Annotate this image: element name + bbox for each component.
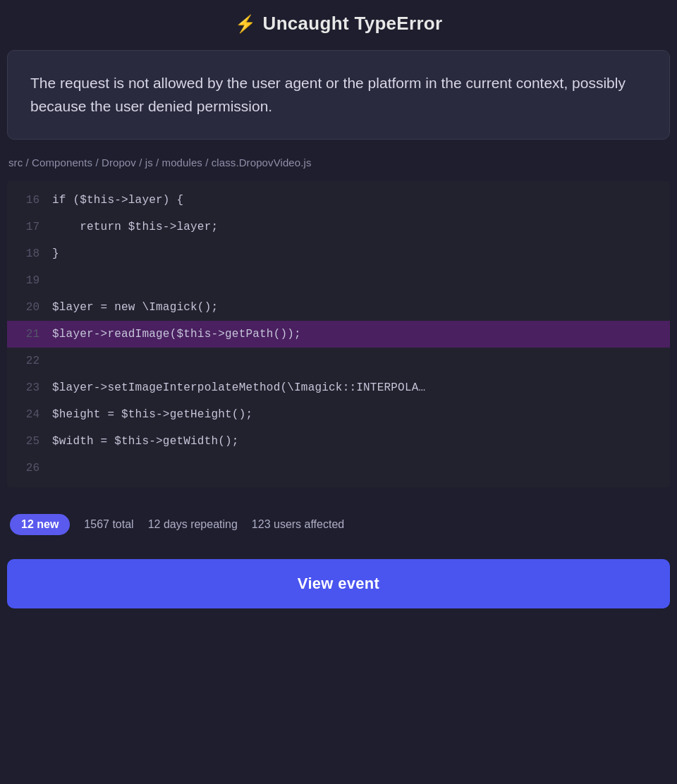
code-text: return $this->layer;	[52, 221, 218, 233]
code-line: 22	[7, 348, 670, 374]
line-number: 18	[7, 247, 52, 260]
code-text: $layer->setImageInterpolateMethod(\Imagi…	[52, 381, 425, 394]
line-number: 19	[7, 274, 52, 287]
stats-bar: 12 new 1567 total 12 days repeating 123 …	[7, 501, 670, 548]
error-message: The request is not allowed by the user a…	[30, 72, 647, 118]
line-number: 16	[7, 194, 52, 207]
code-line: 19	[7, 267, 670, 294]
code-line: 26	[7, 455, 670, 482]
code-text: }	[52, 247, 59, 260]
code-block: 16if ($this->layer) {17 return $this->la…	[7, 181, 670, 487]
view-event-button[interactable]: View event	[7, 559, 670, 608]
line-number: 23	[7, 381, 52, 394]
code-text: $layer = new \Imagick();	[52, 301, 218, 314]
line-number: 24	[7, 408, 52, 421]
line-number: 25	[7, 435, 52, 448]
header: ⚡ Uncaught TypeError	[0, 0, 677, 47]
code-text: $height = $this->getHeight();	[52, 408, 252, 421]
days-stat: 12 days repeating	[148, 518, 238, 531]
code-line: 17 return $this->layer;	[7, 214, 670, 240]
line-number: 26	[7, 462, 52, 474]
code-text: if ($this->layer) {	[52, 194, 183, 207]
total-stat: 1567 total	[84, 518, 133, 531]
code-line: 20$layer = new \Imagick();	[7, 294, 670, 321]
users-stat: 123 users affected	[252, 518, 344, 531]
new-badge: 12 new	[10, 514, 70, 535]
error-box: The request is not allowed by the user a…	[7, 50, 670, 140]
code-line: 24$height = $this->getHeight();	[7, 401, 670, 428]
lightning-icon: ⚡	[235, 14, 256, 34]
code-text: $width = $this->getWidth();	[52, 435, 239, 448]
line-number: 21	[7, 328, 52, 341]
code-line: 21$layer->readImage($this->getPath());	[7, 321, 670, 348]
code-line: 16if ($this->layer) {	[7, 187, 670, 214]
code-text: $layer->readImage($this->getPath());	[52, 328, 301, 341]
page-title: Uncaught TypeError	[263, 13, 443, 35]
line-number: 22	[7, 355, 52, 367]
breadcrumb: src / Components / Dropov / js / modules…	[7, 157, 670, 169]
line-number: 20	[7, 301, 52, 314]
code-line: 23$layer->setImageInterpolateMethod(\Ima…	[7, 374, 670, 401]
line-number: 17	[7, 221, 52, 233]
code-line: 25$width = $this->getWidth();	[7, 428, 670, 455]
code-line: 18}	[7, 240, 670, 267]
page-container: ⚡ Uncaught TypeError The request is not …	[0, 0, 677, 625]
